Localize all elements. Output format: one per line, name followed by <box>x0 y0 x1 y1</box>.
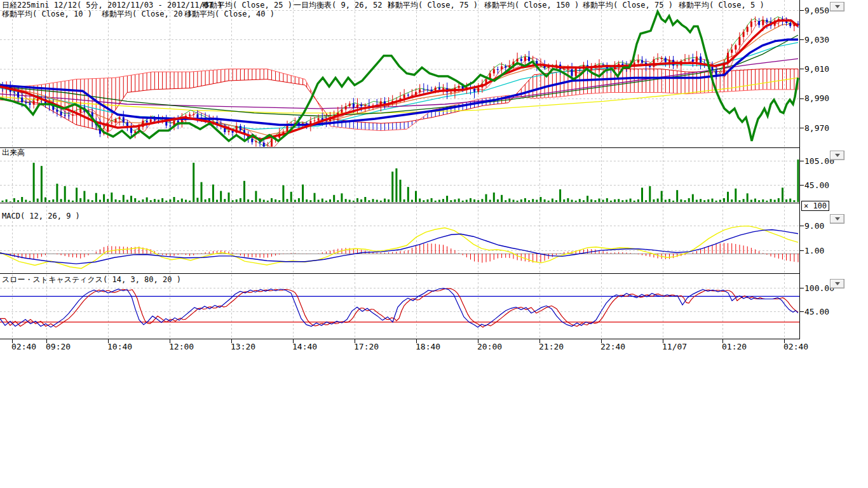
price-ytick: 9,010 <box>804 65 829 73</box>
time-axis-label: 12:00 <box>169 342 194 351</box>
time-axis-label: 10:40 <box>107 342 132 351</box>
legend-ma10: 移動平均( Close, 10 ) <box>2 10 92 18</box>
volume-ytick: 45.00 <box>804 181 829 189</box>
legend-ichimoku: 一目均衡表( 9, 26, 52 ) <box>294 1 391 10</box>
legend-ma75-2: 移動平均( Close, 75 ) <box>583 1 673 10</box>
time-axis-label: 13:20 <box>231 342 255 351</box>
legend-ma5: 移動平均( Close, 5 ) <box>679 1 764 10</box>
chart-canvas[interactable] <box>0 0 868 488</box>
price-ytick: 8,990 <box>804 94 829 102</box>
chevron-down-icon <box>835 282 840 285</box>
price-ytick: 9,030 <box>804 36 829 44</box>
macd-ytick: 9.00 <box>804 222 824 230</box>
time-axis-label: 01:20 <box>722 342 747 351</box>
legend-ma40: 移動平均( Close, 40 ) <box>184 10 275 18</box>
chart-window: 日経225mini 12/12( 5分, 2012/11/03 - 2012/1… <box>0 0 868 488</box>
time-axis-label: 21:20 <box>539 342 564 351</box>
time-axis-label: 14:40 <box>292 342 317 351</box>
chevron-down-icon <box>835 154 840 157</box>
volume-panel-menu-button[interactable] <box>830 151 844 160</box>
time-axis-label: 02:40 <box>783 342 808 351</box>
chevron-down-icon <box>835 217 840 220</box>
time-axis-label: 09:20 <box>46 342 71 351</box>
legend-ma150: 移動平均( Close, 150 ) <box>484 1 579 10</box>
price-ytick: 9,050 <box>804 6 829 15</box>
volume-multiplier-box: × 100 <box>801 201 829 211</box>
stoch-ytick: 45.00 <box>804 308 829 316</box>
legend-ma25: 移動平均( Close, 25 ) <box>202 1 292 10</box>
time-axis-label: 11/07 <box>662 342 687 351</box>
price-panel-menu-button[interactable] <box>830 2 844 11</box>
stoch-panel-menu-button[interactable] <box>830 279 844 288</box>
time-axis-label: 17:20 <box>354 342 379 351</box>
time-axis-label: 20:00 <box>477 342 502 351</box>
time-axis-label: 22:40 <box>600 342 625 351</box>
price-ytick: 8,970 <box>804 124 829 132</box>
chart-title: 日経225mini 12/12( 5分, 2012/11/03 - 2012/1… <box>2 1 222 10</box>
volume-panel-label: 出来高 <box>2 149 25 157</box>
macd-panel-menu-button[interactable] <box>830 214 844 224</box>
legend-ma20: 移動平均( Close, 20 ) <box>102 10 192 18</box>
time-axis-label: 18:40 <box>416 342 440 351</box>
macd-panel-label: MACD( 12, 26, 9 ) <box>2 212 80 220</box>
stoch-panel-label: スロー・ストキャスティクス( 14, 3, 80, 20 ) <box>2 276 181 284</box>
chevron-down-icon <box>835 5 840 8</box>
legend-ma75: 移動平均( Close, 75 ) <box>388 1 478 10</box>
macd-ytick: 1.00 <box>804 247 824 255</box>
time-axis-label: 02:40 <box>11 342 36 351</box>
